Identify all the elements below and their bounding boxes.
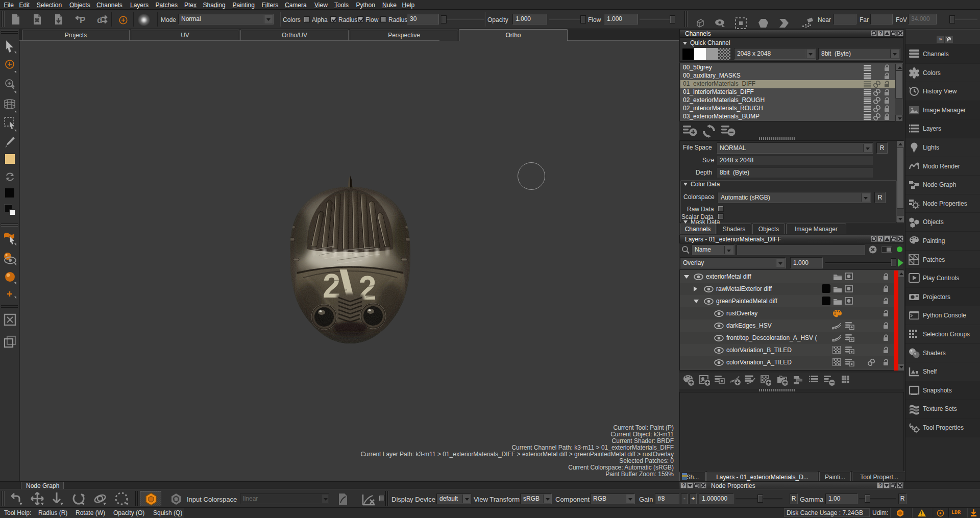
svg-text:!: ! [921, 511, 922, 516]
svg-text:?: ? [878, 482, 882, 488]
svg-text:?: ? [879, 236, 883, 242]
svg-text:?: ? [879, 30, 883, 36]
svg-text:?: ? [682, 482, 685, 488]
svg-text:d: d [97, 15, 102, 25]
svg-text:P: P [80, 15, 85, 25]
